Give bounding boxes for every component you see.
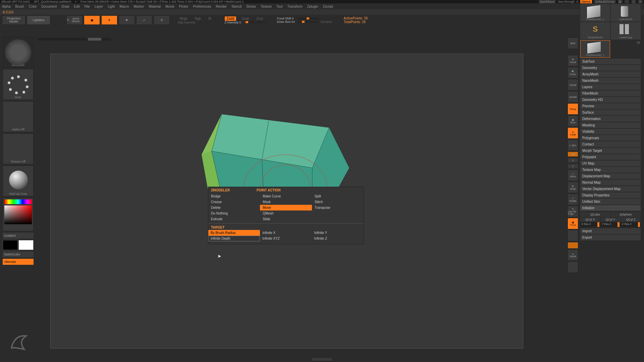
alternate-button[interactable]: Alternate xyxy=(3,259,34,265)
section-texturemap[interactable]: Texture Map xyxy=(580,167,641,173)
window-close-icon[interactable]: ✕ xyxy=(638,0,643,3)
target-infinite-x[interactable]: Infinite X xyxy=(260,230,312,236)
dock-aahalf[interactable]: AAHalf xyxy=(568,91,578,103)
dock-rotate[interactable]: ⟲Line Fill PolyF xyxy=(568,206,578,217)
z-intensity-slider[interactable]: Z Intensity 0 xyxy=(225,21,266,24)
action-stitch[interactable]: Stitch xyxy=(312,199,364,205)
dock-x[interactable]: X xyxy=(568,158,578,163)
target-infinite-depth[interactable]: Infinite Depth xyxy=(208,236,260,241)
dock-ghost[interactable] xyxy=(568,242,578,249)
seethrough-value[interactable]: 0 xyxy=(577,0,578,3)
menu-item[interactable]: Tool xyxy=(276,5,282,8)
dock-bpr[interactable]: BPR xyxy=(568,38,578,49)
menus-button[interactable]: Menus xyxy=(580,0,592,3)
section-geometryhd[interactable]: Geometry HD xyxy=(580,97,641,103)
section-geometry[interactable]: Geometry xyxy=(580,65,641,71)
menu-item[interactable]: Color xyxy=(29,5,37,8)
action-slide[interactable]: Slide xyxy=(260,216,312,222)
menu-item[interactable]: Stroke xyxy=(246,5,256,8)
saturation-value-box[interactable] xyxy=(4,205,32,224)
menu-item[interactable]: Draw xyxy=(61,5,69,8)
section-layers[interactable]: Layers xyxy=(580,84,641,90)
qcube-button[interactable]: QCube xyxy=(580,212,610,217)
menu-item[interactable]: Texture xyxy=(261,5,272,8)
dock-lsym[interactable]: L.Sym xyxy=(568,139,578,151)
zcut-toggle[interactable]: Zcut xyxy=(255,16,265,21)
focal-shift-slider[interactable]: Focal Shift 0 xyxy=(277,17,332,20)
action-move[interactable]: Move xyxy=(260,205,312,210)
move-button[interactable]: ✥ xyxy=(119,15,135,25)
dock-scroll[interactable]: ✥Scroll xyxy=(568,55,578,66)
mrgb-toggle[interactable]: Mrgb xyxy=(178,16,190,21)
qcylx-button[interactable]: QCyl X xyxy=(580,217,600,222)
m-toggle[interactable]: M xyxy=(206,16,213,21)
action-delete[interactable]: Delete xyxy=(208,205,260,210)
qcyly-button[interactable]: QCyl Y xyxy=(601,217,621,222)
quick-sketch-button[interactable]: ✎ Quick Sketch xyxy=(66,15,83,25)
projection-master-button[interactable]: Projection Master xyxy=(2,15,25,25)
hue-strip[interactable] xyxy=(4,199,32,204)
tool-thumb-current[interactable]: PolyMesh3D_1 xyxy=(580,40,610,58)
menu-item[interactable]: Macro xyxy=(120,5,129,8)
tool-thumb-lowerlegs[interactable]: LowerLegs xyxy=(611,22,641,40)
edit-button[interactable]: ▣ xyxy=(84,15,100,25)
action-mask[interactable]: Mask xyxy=(260,199,312,205)
quicksave-button[interactable]: QuickSave xyxy=(539,0,556,3)
menu-item[interactable]: Picker xyxy=(179,5,189,8)
menu-item[interactable]: File xyxy=(85,5,90,8)
tool-thumb-cylinder[interactable]: Cylinder3D xyxy=(611,4,641,21)
window-max-icon[interactable]: ▢ xyxy=(631,0,636,3)
menu-item[interactable]: Document xyxy=(42,5,57,8)
window-config-icon[interactable]: ⊞ xyxy=(618,0,623,3)
section-subtool[interactable]: SubTool xyxy=(580,59,641,64)
action-split[interactable]: Split xyxy=(312,193,364,199)
menu-item[interactable]: Material xyxy=(149,5,161,8)
qcylz-button[interactable]: QCyl Z xyxy=(621,217,641,222)
rotate-button[interactable]: ⟲ xyxy=(154,15,170,25)
section-visibility[interactable]: Visibility xyxy=(580,129,641,134)
menu-item[interactable]: Stencil xyxy=(231,5,241,8)
zres-slider[interactable]: Z Res 2 xyxy=(621,222,641,227)
lightbox-button[interactable]: LightBox xyxy=(27,15,50,25)
action-bridge[interactable]: Bridge xyxy=(208,193,260,199)
menu-item[interactable]: Edit xyxy=(74,5,80,8)
qsphere-button[interactable]: QSphere xyxy=(611,212,641,217)
scale-button[interactable]: ⤢ xyxy=(136,15,152,25)
section-vdm[interactable]: Vector Displacement Map xyxy=(580,186,641,192)
section-contact[interactable]: Contact xyxy=(580,141,641,147)
section-arraymesh[interactable]: ArrayMesh xyxy=(580,71,641,77)
target-by-brush-radius[interactable]: By Brush Radius xyxy=(208,230,260,236)
switch-color-button[interactable]: SwitchColor xyxy=(3,251,34,257)
action-do-nothing[interactable]: Do Nothing xyxy=(208,210,260,216)
section-export[interactable]: Export xyxy=(580,235,641,240)
section-displayprops[interactable]: Display Properties xyxy=(580,192,641,198)
dock-local[interactable]: ◎Local xyxy=(568,127,578,139)
dock-frame[interactable]: ⛶Move xyxy=(568,170,578,181)
menu-item[interactable]: Render xyxy=(216,5,227,8)
brush-slot[interactable]: ZModeler xyxy=(3,37,34,68)
history-slider[interactable] xyxy=(38,38,111,41)
section-initialize[interactable]: Initialize xyxy=(580,205,641,211)
section-uvmap[interactable]: UV Map xyxy=(580,161,641,166)
menu-item[interactable]: Alpha xyxy=(2,5,11,8)
section-fibermesh[interactable]: FiberMesh xyxy=(580,90,641,96)
section-masking[interactable]: Masking xyxy=(580,122,641,128)
dock-y[interactable]: Y xyxy=(568,164,578,169)
action-make-curve[interactable]: Make Curve xyxy=(260,193,312,199)
target-infinite-xyz[interactable]: Infinite XYZ xyxy=(260,236,312,241)
gradient-toggle[interactable]: Gradient xyxy=(3,233,34,239)
default-zscript[interactable]: DefaultZScript xyxy=(594,0,616,3)
rgb-toggle[interactable]: Rgb xyxy=(193,16,203,21)
xres-slider[interactable]: X Res 2 xyxy=(580,222,600,227)
section-import[interactable]: Import xyxy=(580,228,641,234)
material-slot[interactable]: MatCap Gray xyxy=(3,166,34,196)
tool-thumb-simplebrush[interactable]: S SimpleBrush xyxy=(580,22,610,40)
alpha-slot[interactable]: Alpha Off xyxy=(3,101,34,132)
color-picker[interactable] xyxy=(3,198,34,231)
rgb-intensity-label[interactable]: Rgb Intensity xyxy=(178,21,213,24)
dock-xyz[interactable]: XYZ xyxy=(568,152,578,157)
action-crease[interactable]: Crease xyxy=(208,199,260,205)
dock-polyf[interactable]: ▦Transp xyxy=(568,218,578,229)
seethrough-label[interactable]: See-through xyxy=(558,0,575,3)
dock-actual[interactable]: Actual xyxy=(568,79,578,90)
